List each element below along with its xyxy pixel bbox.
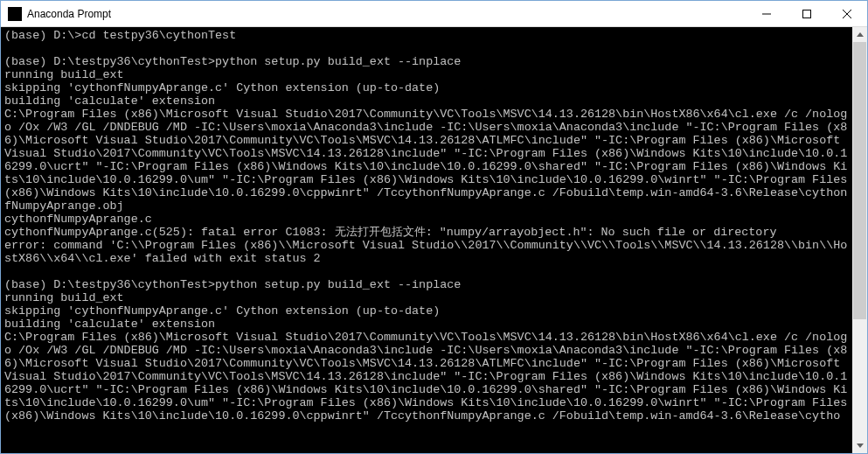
- terminal[interactable]: (base) D:\>cd testpy36\cythonTest (base)…: [1, 27, 852, 453]
- svg-marker-4: [857, 32, 864, 37]
- svg-rect-1: [803, 10, 811, 17]
- scroll-up-button[interactable]: [852, 27, 867, 42]
- vertical-scrollbar[interactable]: [852, 27, 867, 453]
- scroll-down-button[interactable]: [852, 438, 867, 453]
- app-icon: [8, 7, 22, 21]
- svg-marker-5: [857, 444, 864, 448]
- maximize-button[interactable]: [787, 1, 827, 26]
- close-button[interactable]: [827, 1, 867, 26]
- window-controls: [746, 1, 867, 26]
- window-title: Anaconda Prompt: [27, 8, 746, 20]
- titlebar[interactable]: Anaconda Prompt: [1, 1, 867, 27]
- scroll-track[interactable]: [852, 42, 867, 438]
- minimize-button[interactable]: [746, 1, 787, 26]
- scroll-thumb[interactable]: [853, 42, 866, 319]
- client-area: (base) D:\>cd testpy36\cythonTest (base)…: [1, 27, 867, 453]
- terminal-output: (base) D:\>cd testpy36\cythonTest (base)…: [4, 29, 851, 423]
